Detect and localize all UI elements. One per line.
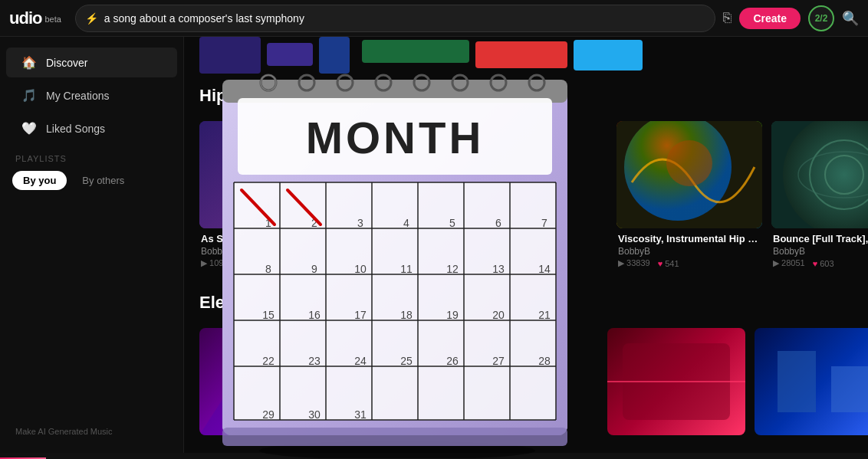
- section-title-hip-hop: Hip Hop: [199, 86, 853, 106]
- svg-point-5: [666, 140, 712, 186]
- header-strips: [184, 37, 868, 74]
- thumb-elec1: [199, 328, 337, 435]
- nav-right: ⎘ Create 2/2 🔍: [723, 5, 859, 31]
- card-artist-viscosity: BobbyB: [618, 246, 761, 257]
- strip-5: [362, 40, 469, 63]
- card-stats-viscosity: 33839 541: [618, 258, 761, 268]
- svg-rect-17: [778, 351, 816, 412]
- art-elec2: [607, 328, 745, 435]
- card-bounce[interactable]: Bounce [Full Track], Instru... BobbyB 28…: [771, 121, 868, 268]
- home-icon: 🏠: [21, 55, 37, 70]
- top-nav: udio beta ⚡ ⎘ Create 2/2 🔍: [0, 0, 868, 37]
- section-hip-hop: Hip Hop: [184, 74, 868, 121]
- copy-button[interactable]: ⎘: [723, 10, 732, 26]
- thumb-art-bounce: [771, 121, 868, 228]
- card-title-as-smooth: As Smoo...: [201, 233, 336, 244]
- calendar-spacer: [347, 121, 607, 268]
- art-elec3: [755, 328, 868, 435]
- counter-badge: 2/2: [808, 5, 834, 31]
- play-count-bounce: 28051: [773, 258, 805, 268]
- thumb-as-smooth: [199, 121, 337, 228]
- electronic-cards: [184, 328, 868, 452]
- thumb-art-visc: [616, 121, 762, 228]
- card-viscosity[interactable]: Viscosity, Instrumental Hip Hop BobbyB 3…: [616, 121, 762, 268]
- section-title-electronic: Electr...: [199, 293, 853, 313]
- heart-icon: 🤍: [21, 121, 37, 136]
- sidebar-item-my-creations[interactable]: 🎵 My Creations: [6, 80, 177, 110]
- beta-badge: beta: [44, 15, 61, 24]
- strip-7: [574, 40, 643, 70]
- playlist-tabs: By you By others: [0, 168, 183, 193]
- sidebar-item-discover[interactable]: 🏠 Discover: [6, 48, 177, 77]
- card-stats-as-smooth: 10988: [201, 258, 336, 268]
- svg-rect-18: [831, 366, 868, 412]
- sidebar-item-liked-songs[interactable]: 🤍 Liked Songs: [6, 113, 177, 143]
- bottom-bar: [0, 453, 868, 459]
- card-artist-bounce: BobbyB: [773, 246, 868, 257]
- strip-2: [267, 43, 313, 66]
- tab-by-you[interactable]: By you: [12, 171, 67, 190]
- sidebar-footer: Make AI Generated Music: [0, 419, 183, 444]
- logo-text: udio: [9, 8, 41, 28]
- music-icon: 🎵: [21, 88, 37, 103]
- search-input[interactable]: [104, 12, 706, 25]
- card-as-smooth[interactable]: As Smoo... BobbyB 10988: [199, 121, 337, 268]
- search-bar: ⚡: [75, 5, 716, 32]
- play-count-as-smooth: 10988: [201, 258, 233, 268]
- thumb-bounce: [771, 121, 868, 228]
- sidebar-label-discover: Discover: [46, 57, 87, 69]
- thumb-art-1: [199, 121, 337, 228]
- hip-hop-cards: As Smoo... BobbyB 10988: [184, 121, 868, 280]
- play-count-viscosity: 33839: [618, 258, 650, 268]
- lightning-icon: ⚡: [85, 12, 98, 25]
- card-elec3[interactable]: [755, 328, 868, 440]
- svg-point-12: [230, 359, 307, 435]
- like-count-bounce: 603: [813, 259, 834, 268]
- thumb-elec2: [607, 328, 745, 435]
- card-info-as-smooth: As Smoo... BobbyB 10988: [199, 233, 337, 268]
- thumb-viscosity: [616, 121, 762, 228]
- sidebar-label-liked-songs: Liked Songs: [46, 123, 105, 135]
- strip-6: [475, 41, 567, 68]
- thumb-elec3: [755, 328, 868, 435]
- card-artist-as-smooth: BobbyB: [201, 246, 336, 257]
- strip-3: [319, 37, 350, 74]
- sidebar-label-my-creations: My Creations: [46, 90, 109, 102]
- tab-by-others[interactable]: By others: [71, 171, 135, 190]
- search-icon-button[interactable]: 🔍: [842, 10, 859, 27]
- playlists-label: PLAYLISTS: [0, 145, 183, 168]
- card-elec1[interactable]: [199, 328, 337, 440]
- card-elec2[interactable]: [607, 328, 745, 440]
- card-title-viscosity: Viscosity, Instrumental Hip Hop: [618, 233, 761, 244]
- logo: udio beta: [9, 8, 61, 28]
- card-info-viscosity: Viscosity, Instrumental Hip Hop BobbyB 3…: [616, 233, 762, 268]
- card-stats-bounce: 28051 603: [773, 258, 868, 268]
- sidebar: 🏠 Discover 🎵 My Creations 🤍 Liked Songs …: [0, 37, 184, 453]
- layout: 🏠 Discover 🎵 My Creations 🤍 Liked Songs …: [0, 37, 868, 453]
- main-content: Hip Hop: [184, 37, 868, 453]
- strip-1: [199, 37, 261, 74]
- create-button[interactable]: Create: [739, 8, 801, 29]
- section-electronic: Electr...: [184, 280, 868, 328]
- svg-rect-2: [222, 144, 314, 205]
- like-count-viscosity: 541: [658, 259, 679, 268]
- art-elec1: [199, 328, 337, 435]
- card-info-bounce: Bounce [Full Track], Instru... BobbyB 28…: [771, 233, 868, 268]
- card-title-bounce: Bounce [Full Track], Instru...: [773, 233, 868, 244]
